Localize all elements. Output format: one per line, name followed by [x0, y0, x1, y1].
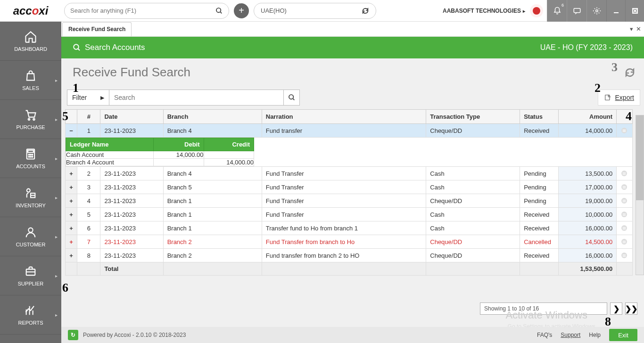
- close-button[interactable]: [625, 0, 644, 22]
- avatar[interactable]: [530, 4, 543, 17]
- chevron-right-icon: ▸: [55, 195, 58, 200]
- svg-rect-45: [623, 214, 626, 215]
- sidebar-item-customer[interactable]: CUSTOMER ▸: [0, 217, 61, 256]
- cell-narration: Fund Transfer: [262, 180, 426, 194]
- tab-receive-fund-search[interactable]: Receive Fund Search: [62, 22, 132, 36]
- gear-icon[interactable]: [586, 0, 606, 22]
- expand-toggle[interactable]: +: [66, 235, 77, 249]
- cell-date: 23-11-2023: [100, 124, 163, 138]
- export-button[interactable]: Export: [598, 90, 640, 106]
- row-action-icon[interactable]: [617, 249, 633, 262]
- table-row[interactable]: +723-11-2023Branch 2Fund Transfer from b…: [66, 235, 633, 249]
- table-toolbar: 1 2 Filter▶ Export: [61, 86, 644, 109]
- sidebar-item-sales[interactable]: SALES ▸: [0, 61, 61, 100]
- annotation-6: 6: [62, 281, 68, 295]
- sidebar-item-dashboard[interactable]: DASHBOARD: [0, 22, 61, 61]
- annotation-8: 8: [605, 315, 611, 329]
- vertical-scrollbar[interactable]: [636, 115, 644, 275]
- cell-branch: Branch 1: [163, 221, 262, 235]
- sidebar-item-purchase[interactable]: PURCHASE ▸: [0, 100, 61, 139]
- table-row[interactable]: +823-11-2023Branch 2Fund transfer from b…: [66, 249, 633, 262]
- table-row[interactable]: +423-11-2023Branch 1Fund TransferCheque/…: [66, 194, 633, 208]
- search-icon[interactable]: [215, 7, 223, 15]
- link-help[interactable]: Help: [589, 332, 601, 338]
- table-wrapper: 4 5 # Date Branch Narration Transaction …: [61, 109, 644, 330]
- col-amount[interactable]: Amount: [559, 110, 617, 124]
- col-status[interactable]: Status: [520, 110, 559, 124]
- sidebar-item-label: PURCHASE: [16, 124, 45, 130]
- sync-icon[interactable]: [362, 7, 369, 15]
- global-search[interactable]: [64, 3, 229, 19]
- col-narration[interactable]: Narration: [262, 110, 426, 124]
- exit-button[interactable]: Exit: [609, 329, 637, 341]
- chat-icon[interactable]: [567, 0, 586, 22]
- row-action-icon[interactable]: [617, 124, 633, 138]
- table-row[interactable]: +323-11-2023Branch 5Fund TransferCashPen…: [66, 180, 633, 194]
- cell-amount: 16,000.00: [559, 221, 617, 235]
- bell-icon[interactable]: 6: [547, 0, 567, 22]
- cell-branch: Branch 4: [163, 124, 262, 138]
- sidebar-item-accounts[interactable]: ACCOUNTS ▸: [0, 139, 61, 178]
- table-row[interactable]: +523-11-2023Branch 1Fund TransferCashRec…: [66, 208, 633, 221]
- chart-icon: [24, 304, 37, 317]
- sidebar-item-label: REPORTS: [18, 320, 43, 326]
- company-menu[interactable]: AABASOFT TECHNOLOGIES▸: [443, 8, 525, 14]
- sidebar-item-supplier[interactable]: SUPPLIER ▸: [0, 256, 61, 295]
- expand-toggle[interactable]: +: [66, 208, 77, 221]
- last-page-button[interactable]: ❯❯: [625, 302, 637, 315]
- table-row[interactable]: +223-11-2023Branch 4Fund TransferCashPen…: [66, 167, 633, 180]
- org-selector[interactable]: UAE(HO): [254, 3, 376, 19]
- minimize-button[interactable]: [606, 0, 625, 22]
- svg-rect-30: [623, 131, 626, 132]
- svg-rect-54: [623, 243, 626, 243]
- cell-ttype: Cheque/DD: [426, 249, 520, 262]
- svg-rect-33: [623, 173, 626, 174]
- col-ttype[interactable]: Transaction Type: [426, 110, 520, 124]
- row-action-icon[interactable]: [617, 194, 633, 208]
- svg-rect-56: [623, 254, 626, 255]
- global-search-input[interactable]: [70, 7, 215, 14]
- expand-toggle[interactable]: +: [66, 194, 77, 208]
- link-support[interactable]: Support: [561, 332, 580, 338]
- sidebar-item-reports[interactable]: REPORTS ▸: [0, 295, 61, 335]
- cell-status: Pending: [520, 180, 559, 194]
- expand-toggle[interactable]: +: [66, 167, 77, 180]
- expand-toggle[interactable]: −: [66, 124, 77, 138]
- table-search-input[interactable]: [109, 90, 284, 106]
- row-action-icon[interactable]: [617, 167, 633, 180]
- tab-dropdown-icon[interactable]: ▾: [630, 25, 633, 33]
- total-label: Total: [100, 262, 163, 276]
- cell-branch: Branch 4: [163, 167, 262, 180]
- sidebar-item-inventory[interactable]: INVENTORY ▸: [0, 178, 61, 217]
- sidebar-item-label: SALES: [22, 85, 39, 91]
- next-page-button[interactable]: ❯: [610, 302, 622, 315]
- table-search-button[interactable]: [284, 90, 300, 106]
- table-row[interactable]: −123-11-2023Branch 4Fund transferCheque/…: [66, 124, 633, 138]
- col-branch[interactable]: Branch: [163, 110, 262, 124]
- expand-toggle[interactable]: +: [66, 180, 77, 194]
- svg-rect-57: [623, 255, 626, 256]
- cell-ttype: Cheque/DD: [426, 235, 520, 249]
- add-button[interactable]: +: [234, 3, 249, 18]
- footer-logo-icon: ↻: [68, 330, 78, 340]
- cell-index: 1: [77, 124, 100, 138]
- refresh-button[interactable]: [624, 67, 636, 78]
- row-action-icon[interactable]: [617, 180, 633, 194]
- tab-close-icon[interactable]: ✕: [636, 25, 641, 33]
- row-action-icon[interactable]: [617, 235, 633, 249]
- cart-icon: [24, 108, 37, 122]
- ledger-debit: 14,000.00: [154, 151, 204, 159]
- col-index[interactable]: #: [77, 110, 100, 124]
- cell-branch: Branch 1: [163, 194, 262, 208]
- svg-point-13: [30, 154, 31, 155]
- svg-point-18: [27, 189, 30, 192]
- chevron-right-icon: ▸: [55, 156, 58, 161]
- table-row[interactable]: +623-11-2023Branch 1Transfer fund to Ho …: [66, 221, 633, 235]
- row-action-icon[interactable]: [617, 221, 633, 235]
- expand-toggle[interactable]: +: [66, 249, 77, 262]
- link-faqs[interactable]: FAQ's: [537, 332, 552, 338]
- cell-status: Cancelled: [520, 235, 559, 249]
- row-action-icon[interactable]: [617, 208, 633, 221]
- col-date[interactable]: Date: [100, 110, 163, 124]
- expand-toggle[interactable]: +: [66, 221, 77, 235]
